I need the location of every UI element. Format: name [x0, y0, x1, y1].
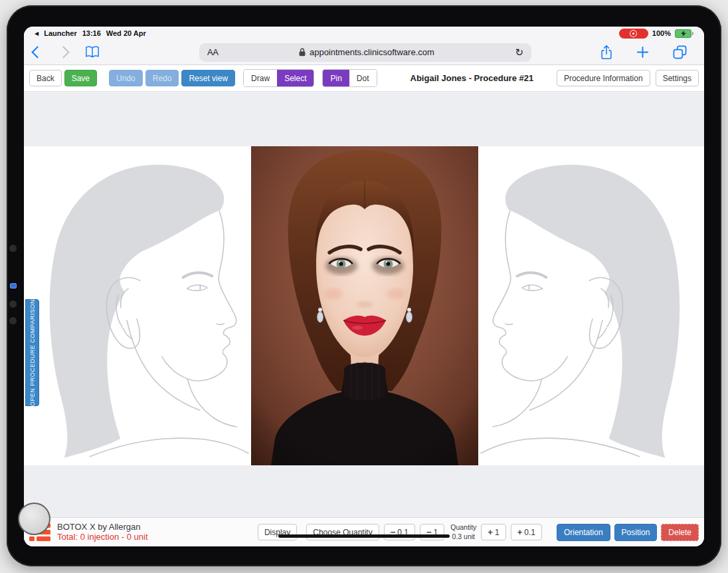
quantity-readout: Quantity 0.3 unit — [450, 523, 476, 540]
pin-tab[interactable]: Pin — [323, 70, 349, 86]
bookmarks-icon[interactable] — [85, 46, 100, 58]
status-bar: ◀ Launcher 13:16 Wed 20 Apr 100% — [24, 27, 704, 40]
bezel-speaker-dot — [9, 245, 17, 252]
bezel-speaker-dot — [9, 317, 17, 324]
browser-toolbar: AA appointments.clinicsoftware.com ↻ — [24, 40, 704, 65]
back-to-app-label[interactable]: Launcher — [44, 29, 77, 37]
choose-quantity-button[interactable]: Choose Quantity — [306, 524, 379, 540]
dot-tab[interactable]: Dot — [349, 70, 377, 86]
plus-1-button[interactable]: + 1 — [481, 524, 505, 540]
product-bar: BOTOX X by Allergan Total: 0 injection -… — [24, 517, 704, 546]
refresh-icon[interactable]: ↻ — [515, 47, 523, 57]
procedure-title: Abigail Jones - Procedure #21 — [410, 73, 554, 83]
save-button[interactable]: Save — [64, 70, 97, 86]
face-profile-diagram-left[interactable] — [27, 146, 251, 465]
face-profile-diagram-right[interactable] — [478, 146, 703, 465]
tabs-icon[interactable] — [673, 45, 687, 59]
delete-button[interactable]: Delete — [661, 524, 699, 541]
reader-button[interactable]: AA — [207, 47, 218, 57]
orientation-button[interactable]: Orientation — [557, 524, 610, 541]
address-bar[interactable]: AA appointments.clinicsoftware.com ↻ — [199, 43, 531, 62]
comparison-tab-label: OPEN PROCEDURE COMPARISON — [29, 299, 36, 406]
display-button[interactable]: Display — [258, 524, 297, 540]
patient-photo[interactable] — [251, 146, 478, 465]
back-to-app-icon[interactable]: ◀ — [35, 31, 39, 37]
quantity-value: 0.3 unit — [450, 532, 476, 541]
quantity-label: Quantity — [450, 523, 476, 532]
lock-icon — [299, 48, 306, 57]
screen: ◀ Launcher 13:16 Wed 20 Apr 100% — [24, 27, 704, 546]
minus-0.1-button[interactable]: − 0.1 — [384, 524, 415, 540]
back-icon[interactable] — [31, 46, 43, 58]
procedure-information-button[interactable]: Procedure Information — [557, 70, 650, 86]
settings-button[interactable]: Settings — [656, 70, 699, 86]
new-tab-icon[interactable] — [636, 46, 649, 58]
status-date: Wed 20 Apr — [106, 29, 146, 37]
plus-0.1-button[interactable]: + 0.1 — [511, 524, 542, 540]
charging-bolt-icon — [681, 31, 686, 37]
draw-tab[interactable]: Draw — [244, 70, 277, 86]
bezel-pencil-indicator — [10, 283, 17, 288]
pin-dot-segment: Pin Dot — [322, 69, 377, 87]
bezel-speaker-dot — [9, 300, 17, 308]
plus-icon: + — [517, 527, 523, 537]
ipad-device: ◀ Launcher 13:16 Wed 20 Apr 100% — [7, 5, 721, 566]
annotation-canvas[interactable] — [24, 146, 704, 465]
forward-icon[interactable] — [57, 46, 69, 58]
page: ◀ Launcher 13:16 Wed 20 Apr 100% — [0, 0, 728, 573]
url-text: appointments.clinicsoftware.com — [310, 47, 434, 57]
battery-percent: 100% — [652, 29, 671, 37]
position-button[interactable]: Position — [614, 524, 658, 541]
open-procedure-comparison-tab[interactable]: OPEN PROCEDURE COMPARISON — [25, 299, 39, 406]
procedure-toolbar: Back Save Undo Redo Reset view Draw Sele… — [24, 65, 704, 92]
touch-cursor — [18, 503, 50, 535]
minus-1-button[interactable]: − 1 — [420, 524, 444, 540]
injection-total: Total: 0 injection - 0 unit — [57, 532, 148, 542]
product-name: BOTOX X by Allergan — [57, 522, 148, 532]
reset-view-button[interactable]: Reset view — [181, 70, 235, 86]
back-button[interactable]: Back — [29, 70, 62, 86]
share-icon[interactable] — [600, 45, 612, 60]
screen-recording-indicator[interactable] — [619, 29, 648, 39]
record-icon — [630, 30, 637, 37]
status-time: 13:16 — [82, 29, 101, 37]
redo-button[interactable]: Redo — [145, 70, 179, 86]
undo-button[interactable]: Undo — [109, 70, 143, 86]
battery-icon — [675, 29, 693, 38]
draw-select-segment: Draw Select — [243, 69, 314, 87]
plus-icon: + — [488, 527, 493, 537]
procedure-stage — [24, 92, 704, 517]
select-tab[interactable]: Select — [277, 70, 314, 86]
home-indicator[interactable] — [278, 534, 450, 538]
